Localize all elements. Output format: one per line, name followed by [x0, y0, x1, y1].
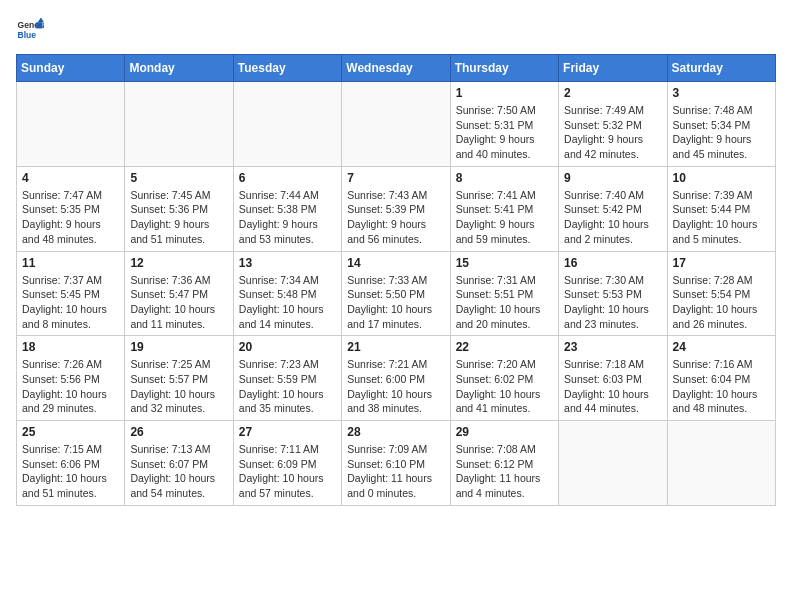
day-number: 7 [347, 171, 444, 185]
day-number: 22 [456, 340, 553, 354]
day-number: 27 [239, 425, 336, 439]
day-info: Sunrise: 7:15 AM Sunset: 6:06 PM Dayligh… [22, 442, 119, 501]
calendar-header-row: SundayMondayTuesdayWednesdayThursdayFrid… [17, 55, 776, 82]
col-header-tuesday: Tuesday [233, 55, 341, 82]
calendar-cell: 25Sunrise: 7:15 AM Sunset: 6:06 PM Dayli… [17, 421, 125, 506]
day-number: 13 [239, 256, 336, 270]
calendar-week-3: 18Sunrise: 7:26 AM Sunset: 5:56 PM Dayli… [17, 336, 776, 421]
day-info: Sunrise: 7:21 AM Sunset: 6:00 PM Dayligh… [347, 357, 444, 416]
calendar-week-1: 4Sunrise: 7:47 AM Sunset: 5:35 PM Daylig… [17, 166, 776, 251]
day-info: Sunrise: 7:25 AM Sunset: 5:57 PM Dayligh… [130, 357, 227, 416]
calendar-cell: 21Sunrise: 7:21 AM Sunset: 6:00 PM Dayli… [342, 336, 450, 421]
day-info: Sunrise: 7:43 AM Sunset: 5:39 PM Dayligh… [347, 188, 444, 247]
calendar-cell: 24Sunrise: 7:16 AM Sunset: 6:04 PM Dayli… [667, 336, 775, 421]
day-info: Sunrise: 7:18 AM Sunset: 6:03 PM Dayligh… [564, 357, 661, 416]
day-number: 17 [673, 256, 770, 270]
day-info: Sunrise: 7:23 AM Sunset: 5:59 PM Dayligh… [239, 357, 336, 416]
day-info: Sunrise: 7:31 AM Sunset: 5:51 PM Dayligh… [456, 273, 553, 332]
calendar-cell: 17Sunrise: 7:28 AM Sunset: 5:54 PM Dayli… [667, 251, 775, 336]
col-header-wednesday: Wednesday [342, 55, 450, 82]
day-number: 25 [22, 425, 119, 439]
calendar-cell: 20Sunrise: 7:23 AM Sunset: 5:59 PM Dayli… [233, 336, 341, 421]
day-info: Sunrise: 7:39 AM Sunset: 5:44 PM Dayligh… [673, 188, 770, 247]
day-number: 15 [456, 256, 553, 270]
calendar-cell: 29Sunrise: 7:08 AM Sunset: 6:12 PM Dayli… [450, 421, 558, 506]
calendar-cell: 23Sunrise: 7:18 AM Sunset: 6:03 PM Dayli… [559, 336, 667, 421]
calendar-cell: 2Sunrise: 7:49 AM Sunset: 5:32 PM Daylig… [559, 82, 667, 167]
calendar-cell: 19Sunrise: 7:25 AM Sunset: 5:57 PM Dayli… [125, 336, 233, 421]
calendar-week-4: 25Sunrise: 7:15 AM Sunset: 6:06 PM Dayli… [17, 421, 776, 506]
calendar-cell [559, 421, 667, 506]
day-info: Sunrise: 7:37 AM Sunset: 5:45 PM Dayligh… [22, 273, 119, 332]
day-info: Sunrise: 7:47 AM Sunset: 5:35 PM Dayligh… [22, 188, 119, 247]
calendar-cell: 22Sunrise: 7:20 AM Sunset: 6:02 PM Dayli… [450, 336, 558, 421]
day-number: 9 [564, 171, 661, 185]
day-info: Sunrise: 7:26 AM Sunset: 5:56 PM Dayligh… [22, 357, 119, 416]
day-number: 19 [130, 340, 227, 354]
calendar-cell [667, 421, 775, 506]
day-info: Sunrise: 7:40 AM Sunset: 5:42 PM Dayligh… [564, 188, 661, 247]
day-number: 29 [456, 425, 553, 439]
calendar-cell: 8Sunrise: 7:41 AM Sunset: 5:41 PM Daylig… [450, 166, 558, 251]
calendar-cell [125, 82, 233, 167]
day-number: 3 [673, 86, 770, 100]
day-number: 26 [130, 425, 227, 439]
logo-icon: General Blue [16, 16, 44, 44]
calendar-week-0: 1Sunrise: 7:50 AM Sunset: 5:31 PM Daylig… [17, 82, 776, 167]
day-number: 14 [347, 256, 444, 270]
calendar-table: SundayMondayTuesdayWednesdayThursdayFrid… [16, 54, 776, 506]
calendar-cell: 18Sunrise: 7:26 AM Sunset: 5:56 PM Dayli… [17, 336, 125, 421]
day-number: 5 [130, 171, 227, 185]
calendar-cell: 28Sunrise: 7:09 AM Sunset: 6:10 PM Dayli… [342, 421, 450, 506]
day-info: Sunrise: 7:13 AM Sunset: 6:07 PM Dayligh… [130, 442, 227, 501]
calendar-cell: 11Sunrise: 7:37 AM Sunset: 5:45 PM Dayli… [17, 251, 125, 336]
day-number: 10 [673, 171, 770, 185]
day-info: Sunrise: 7:11 AM Sunset: 6:09 PM Dayligh… [239, 442, 336, 501]
calendar-cell: 15Sunrise: 7:31 AM Sunset: 5:51 PM Dayli… [450, 251, 558, 336]
day-number: 8 [456, 171, 553, 185]
day-number: 18 [22, 340, 119, 354]
day-info: Sunrise: 7:49 AM Sunset: 5:32 PM Dayligh… [564, 103, 661, 162]
day-info: Sunrise: 7:33 AM Sunset: 5:50 PM Dayligh… [347, 273, 444, 332]
calendar-cell: 1Sunrise: 7:50 AM Sunset: 5:31 PM Daylig… [450, 82, 558, 167]
day-info: Sunrise: 7:34 AM Sunset: 5:48 PM Dayligh… [239, 273, 336, 332]
day-info: Sunrise: 7:20 AM Sunset: 6:02 PM Dayligh… [456, 357, 553, 416]
day-number: 24 [673, 340, 770, 354]
calendar-cell: 7Sunrise: 7:43 AM Sunset: 5:39 PM Daylig… [342, 166, 450, 251]
col-header-friday: Friday [559, 55, 667, 82]
calendar-cell: 12Sunrise: 7:36 AM Sunset: 5:47 PM Dayli… [125, 251, 233, 336]
day-number: 20 [239, 340, 336, 354]
calendar-cell: 13Sunrise: 7:34 AM Sunset: 5:48 PM Dayli… [233, 251, 341, 336]
calendar-cell [342, 82, 450, 167]
day-number: 11 [22, 256, 119, 270]
day-number: 23 [564, 340, 661, 354]
calendar-cell: 5Sunrise: 7:45 AM Sunset: 5:36 PM Daylig… [125, 166, 233, 251]
col-header-thursday: Thursday [450, 55, 558, 82]
day-info: Sunrise: 7:48 AM Sunset: 5:34 PM Dayligh… [673, 103, 770, 162]
day-info: Sunrise: 7:16 AM Sunset: 6:04 PM Dayligh… [673, 357, 770, 416]
day-number: 28 [347, 425, 444, 439]
calendar-cell [233, 82, 341, 167]
day-info: Sunrise: 7:08 AM Sunset: 6:12 PM Dayligh… [456, 442, 553, 501]
calendar-cell: 6Sunrise: 7:44 AM Sunset: 5:38 PM Daylig… [233, 166, 341, 251]
calendar-cell: 4Sunrise: 7:47 AM Sunset: 5:35 PM Daylig… [17, 166, 125, 251]
calendar-cell: 14Sunrise: 7:33 AM Sunset: 5:50 PM Dayli… [342, 251, 450, 336]
day-info: Sunrise: 7:36 AM Sunset: 5:47 PM Dayligh… [130, 273, 227, 332]
day-info: Sunrise: 7:45 AM Sunset: 5:36 PM Dayligh… [130, 188, 227, 247]
calendar-cell [17, 82, 125, 167]
day-info: Sunrise: 7:50 AM Sunset: 5:31 PM Dayligh… [456, 103, 553, 162]
day-number: 2 [564, 86, 661, 100]
day-number: 4 [22, 171, 119, 185]
calendar-cell: 3Sunrise: 7:48 AM Sunset: 5:34 PM Daylig… [667, 82, 775, 167]
svg-marker-4 [36, 22, 42, 28]
day-number: 6 [239, 171, 336, 185]
calendar-cell: 26Sunrise: 7:13 AM Sunset: 6:07 PM Dayli… [125, 421, 233, 506]
col-header-sunday: Sunday [17, 55, 125, 82]
day-number: 16 [564, 256, 661, 270]
logo: General Blue [16, 16, 48, 44]
day-info: Sunrise: 7:44 AM Sunset: 5:38 PM Dayligh… [239, 188, 336, 247]
col-header-monday: Monday [125, 55, 233, 82]
day-info: Sunrise: 7:09 AM Sunset: 6:10 PM Dayligh… [347, 442, 444, 501]
day-number: 21 [347, 340, 444, 354]
day-info: Sunrise: 7:30 AM Sunset: 5:53 PM Dayligh… [564, 273, 661, 332]
